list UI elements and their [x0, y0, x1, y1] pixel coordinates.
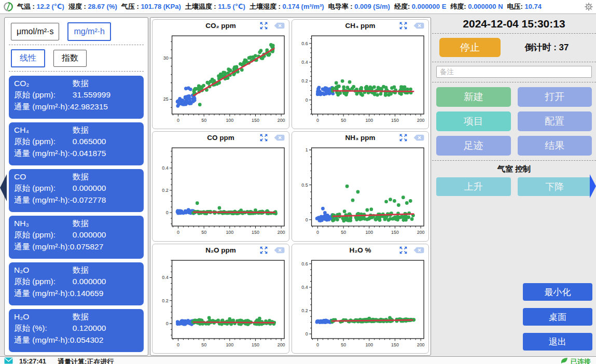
gas-flux-row: 通量 (mg/m²·h):0.140659 [14, 288, 138, 300]
chamber-button-down[interactable]: 下降 [518, 177, 592, 196]
expand-icon[interactable] [399, 246, 407, 254]
gas-flux-row: 通量 (mg/m²·h):-0.072778 [14, 194, 138, 206]
reading-label: 气温 : [17, 3, 37, 10]
expand-icon[interactable] [260, 134, 268, 142]
gas-name: H₂O [14, 311, 73, 323]
gas-data-header: 数据 [73, 218, 89, 230]
gas-card-list: CO₂数据原始 (ppm):31.559999通量 (mg/m²·h):42.9… [9, 76, 144, 352]
unit-toggle-0[interactable]: μmol/m²·s [11, 23, 59, 40]
action-button-3[interactable]: 项目 [436, 111, 511, 131]
svg-text:0: 0 [177, 118, 179, 123]
status-message: 通量计算:正在进行 [58, 357, 114, 364]
unit-toggle-1[interactable]: mg/m²·h [67, 22, 111, 41]
chart-co: CO ppm05010015020000.20.4 [152, 131, 289, 241]
fit-toggle-1[interactable]: 指数 [53, 50, 87, 66]
gas-flux-value: 0.140659 [70, 288, 104, 300]
left-measure-panel: μmol/m²·smg/m²·h 线性指数 CO₂数据原始 (ppm):31.5… [4, 17, 148, 356]
unit-toggle-row: μmol/m²·smg/m²·h [9, 21, 144, 45]
reading-label: 气压 : [121, 3, 141, 10]
chart-plot: 05010015020000.51 [292, 144, 428, 241]
reading-value: 101.78 (KPa) [141, 3, 181, 10]
reading-value: 28.67 (%) [88, 3, 117, 10]
close-icon[interactable] [413, 134, 425, 142]
close-icon[interactable] [413, 22, 425, 30]
gas-flux-row: 通量 (mg/m²·h):0.054302 [14, 334, 138, 346]
chamber-button-up[interactable]: 上升 [436, 177, 511, 196]
svg-text:0: 0 [316, 230, 319, 235]
connection-status: 已连接 [571, 357, 591, 364]
gas-flux-value: -0.041875 [70, 148, 106, 160]
gas-flux-row: 通量 (mg/m²·h):0.075827 [14, 241, 138, 253]
svg-text:100: 100 [226, 342, 233, 347]
svg-text:100: 100 [226, 230, 233, 235]
gas-card-header: H₂O数据 [14, 311, 138, 323]
chart-header-icons [260, 134, 285, 142]
gas-flux-row: 通量 (mg/m²·h):42.982315 [14, 101, 138, 113]
reading-label: 土壤湿度 : [250, 3, 283, 10]
svg-text:100: 100 [365, 118, 373, 123]
sensor-reading: 土壤温度 : 11.5 (℃) [185, 2, 245, 11]
chart-header: CO ppm [153, 132, 289, 144]
expand-icon[interactable] [260, 22, 268, 30]
gas-name: CO [14, 171, 73, 183]
svg-text:50: 50 [201, 230, 206, 235]
svg-text:50: 50 [341, 118, 346, 123]
note-input[interactable] [436, 66, 592, 78]
gas-flux-label: 通量 (mg/m²·h): [14, 101, 70, 113]
action-button-2[interactable]: 打开 [518, 87, 592, 107]
svg-text:150: 150 [391, 342, 399, 347]
gas-card-co2: CO₂数据原始 (ppm):31.559999通量 (mg/m²·h):42.9… [9, 76, 144, 119]
chart-ch4: CH₄ ppm05010015020000.20.40.6 [292, 19, 429, 129]
sensor-reading: 气压 : 101.78 (KPa) [121, 2, 181, 11]
action-button-6[interactable]: 结果 [518, 136, 592, 156]
chevron-right-icon[interactable] [590, 174, 596, 200]
svg-text:150: 150 [252, 118, 259, 123]
expand-icon[interactable] [399, 134, 407, 142]
gas-flux-label: 通量 (mg/m²·h): [14, 148, 70, 160]
chart-header: N₂O ppm [153, 244, 289, 257]
gas-raw-value: 0.065000 [73, 136, 106, 148]
status-time: 15:27:41 [19, 357, 46, 364]
close-icon[interactable] [273, 22, 285, 30]
gas-flux-value: 0.054302 [70, 334, 104, 346]
sensor-reading: 纬度: 0.000000 N [450, 2, 503, 11]
gas-raw-value: 0.000000 [73, 276, 106, 288]
chart-header-icons [399, 134, 425, 142]
svg-text:150: 150 [391, 230, 399, 235]
close-icon[interactable] [273, 246, 285, 254]
svg-text:0: 0 [306, 97, 308, 103]
svg-text:0.2: 0.2 [301, 308, 308, 313]
window-button-2[interactable]: 桌面 [523, 308, 592, 326]
chart-header: NH₃ ppm [292, 132, 428, 144]
action-button-1[interactable]: 新建 [436, 87, 511, 107]
gas-flux-label: 通量 (mg/m²·h): [14, 334, 70, 346]
chart-header: CO₂ ppm [153, 20, 289, 32]
expand-icon[interactable] [399, 22, 407, 30]
window-button-1[interactable]: 最小化 [523, 283, 592, 301]
gas-card-header: NH₃数据 [14, 218, 138, 230]
reading-label: 电压: [507, 3, 525, 10]
svg-text:200: 200 [417, 118, 425, 123]
action-button-4[interactable]: 配置 [518, 111, 592, 131]
svg-text:200: 200 [417, 230, 425, 235]
fit-toggle-0[interactable]: 线性 [11, 49, 45, 67]
expand-icon[interactable] [260, 246, 268, 254]
chevron-left-icon[interactable] [0, 174, 7, 203]
chart-header: CH₄ ppm [292, 20, 428, 32]
close-icon[interactable] [273, 134, 285, 142]
window-button-3[interactable]: 退出 [523, 333, 592, 351]
gas-data-header: 数据 [73, 171, 89, 183]
chart-header: H₂O % [292, 244, 428, 257]
gas-raw-label: 原始 (%): [14, 323, 73, 334]
close-icon[interactable] [413, 246, 425, 254]
stop-button[interactable]: 停止 [439, 38, 501, 57]
chart-plot: 05010015020000.20.4 [153, 144, 289, 241]
action-button-5[interactable]: 足迹 [436, 136, 511, 156]
separator [9, 71, 144, 72]
chart-plot: 0501001502002530 [153, 32, 289, 129]
settings-gear-icon[interactable] [585, 3, 593, 11]
gas-flux-value: -0.072778 [70, 194, 106, 206]
chart-header-icons [399, 246, 425, 254]
gas-raw-value: 0.000000 [73, 229, 106, 241]
gas-raw-row: 原始 (ppm):0.000000 [14, 183, 138, 194]
